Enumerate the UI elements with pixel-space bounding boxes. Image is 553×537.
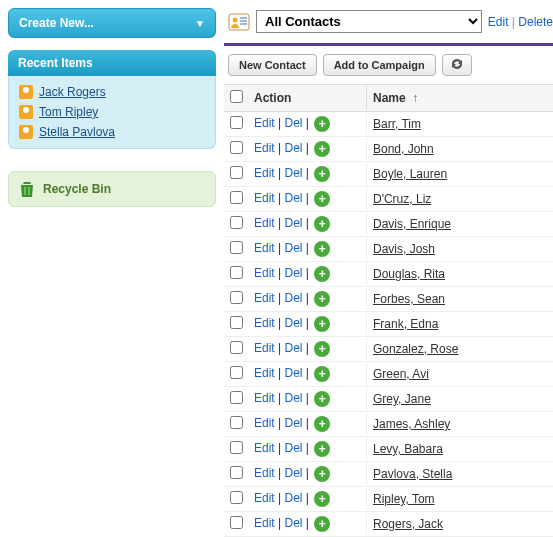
row-checkbox[interactable] bbox=[230, 441, 243, 454]
select-all-checkbox[interactable] bbox=[230, 90, 243, 103]
delete-link[interactable]: Del bbox=[284, 391, 302, 405]
edit-link[interactable]: Edit bbox=[254, 466, 275, 480]
add-to-campaign-button[interactable]: Add to Campaign bbox=[323, 54, 436, 76]
row-checkbox[interactable] bbox=[230, 416, 243, 429]
edit-link[interactable]: Edit bbox=[254, 241, 275, 255]
delete-link[interactable]: Del bbox=[284, 191, 302, 205]
delete-link[interactable]: Del bbox=[284, 166, 302, 180]
recent-item-link[interactable]: Jack Rogers bbox=[39, 85, 106, 99]
contact-name-link[interactable]: Bond, John bbox=[373, 142, 434, 156]
contact-name-link[interactable]: Frank, Edna bbox=[373, 317, 438, 331]
delete-link[interactable]: Del bbox=[284, 416, 302, 430]
add-icon[interactable]: + bbox=[314, 216, 330, 232]
delete-link[interactable]: Del bbox=[284, 441, 302, 455]
contact-name-link[interactable]: Rogers, Jack bbox=[373, 517, 443, 531]
edit-link[interactable]: Edit bbox=[254, 341, 275, 355]
add-icon[interactable]: + bbox=[314, 116, 330, 132]
contact-name-link[interactable]: Boyle, Lauren bbox=[373, 167, 447, 181]
edit-link[interactable]: Edit bbox=[254, 116, 275, 130]
delete-link[interactable]: Del bbox=[284, 241, 302, 255]
add-icon[interactable]: + bbox=[314, 166, 330, 182]
row-checkbox[interactable] bbox=[230, 341, 243, 354]
contact-name-link[interactable]: Forbes, Sean bbox=[373, 292, 445, 306]
edit-link[interactable]: Edit bbox=[254, 191, 275, 205]
row-checkbox[interactable] bbox=[230, 516, 243, 529]
delete-link[interactable]: Del bbox=[284, 291, 302, 305]
contact-name-link[interactable]: Barr, Tim bbox=[373, 117, 421, 131]
row-checkbox[interactable] bbox=[230, 216, 243, 229]
contact-name-link[interactable]: Green, Avi bbox=[373, 367, 429, 381]
row-checkbox[interactable] bbox=[230, 141, 243, 154]
new-contact-button[interactable]: New Contact bbox=[228, 54, 317, 76]
add-icon[interactable]: + bbox=[314, 191, 330, 207]
contact-name-link[interactable]: Grey, Jane bbox=[373, 392, 431, 406]
add-icon[interactable]: + bbox=[314, 441, 330, 457]
edit-link[interactable]: Edit bbox=[254, 141, 275, 155]
edit-view-link[interactable]: Edit bbox=[488, 15, 509, 29]
delete-link[interactable]: Del bbox=[284, 266, 302, 280]
add-icon[interactable]: + bbox=[314, 391, 330, 407]
contact-name-link[interactable]: D'Cruz, Liz bbox=[373, 192, 431, 206]
contact-name-link[interactable]: Levy, Babara bbox=[373, 442, 443, 456]
delete-link[interactable]: Del bbox=[284, 466, 302, 480]
row-checkbox[interactable] bbox=[230, 391, 243, 404]
add-icon[interactable]: + bbox=[314, 141, 330, 157]
add-icon[interactable]: + bbox=[314, 341, 330, 357]
edit-link[interactable]: Edit bbox=[254, 491, 275, 505]
add-icon[interactable]: + bbox=[314, 266, 330, 282]
edit-link[interactable]: Edit bbox=[254, 316, 275, 330]
delete-link[interactable]: Del bbox=[284, 491, 302, 505]
edit-link[interactable]: Edit bbox=[254, 366, 275, 380]
contact-name-link[interactable]: Davis, Josh bbox=[373, 242, 435, 256]
recycle-bin[interactable]: Recycle Bin bbox=[8, 171, 216, 207]
create-new-button[interactable]: Create New... ▼ bbox=[8, 8, 216, 38]
contact-name-link[interactable]: Pavlova, Stella bbox=[373, 467, 452, 481]
row-checkbox[interactable] bbox=[230, 466, 243, 479]
contact-name-link[interactable]: Gonzalez, Rose bbox=[373, 342, 458, 356]
row-checkbox[interactable] bbox=[230, 491, 243, 504]
delete-link[interactable]: Del bbox=[284, 366, 302, 380]
view-select[interactable]: All Contacts bbox=[256, 10, 482, 33]
delete-link[interactable]: Del bbox=[284, 216, 302, 230]
contact-name-link[interactable]: James, Ashley bbox=[373, 417, 450, 431]
edit-link[interactable]: Edit bbox=[254, 516, 275, 530]
add-icon[interactable]: + bbox=[314, 366, 330, 382]
edit-link[interactable]: Edit bbox=[254, 266, 275, 280]
add-icon[interactable]: + bbox=[314, 316, 330, 332]
edit-link[interactable]: Edit bbox=[254, 416, 275, 430]
col-name[interactable]: Name ↑ bbox=[366, 86, 553, 110]
recent-item-link[interactable]: Tom Ripley bbox=[39, 105, 98, 119]
add-icon[interactable]: + bbox=[314, 466, 330, 482]
recent-item-link[interactable]: Stella Pavlova bbox=[39, 125, 115, 139]
delete-view-link[interactable]: Delete bbox=[518, 15, 553, 29]
delete-link[interactable]: Del bbox=[284, 316, 302, 330]
delete-link[interactable]: Del bbox=[284, 516, 302, 530]
row-actions: Edit | Del | + bbox=[248, 412, 366, 436]
row-checkbox[interactable] bbox=[230, 191, 243, 204]
delete-link[interactable]: Del bbox=[284, 141, 302, 155]
refresh-button[interactable] bbox=[442, 54, 472, 76]
row-checkbox[interactable] bbox=[230, 241, 243, 254]
contact-name-link[interactable]: Ripley, Tom bbox=[373, 492, 435, 506]
edit-link[interactable]: Edit bbox=[254, 216, 275, 230]
contact-name-link[interactable]: Davis, Enrique bbox=[373, 217, 451, 231]
row-checkbox[interactable] bbox=[230, 316, 243, 329]
add-icon[interactable]: + bbox=[314, 416, 330, 432]
row-checkbox[interactable] bbox=[230, 116, 243, 129]
add-icon[interactable]: + bbox=[314, 291, 330, 307]
contact-name-link[interactable]: Douglas, Rita bbox=[373, 267, 445, 281]
table-row: Edit | Del | +Pavlova, Stella bbox=[224, 462, 553, 487]
add-icon[interactable]: + bbox=[314, 516, 330, 532]
edit-link[interactable]: Edit bbox=[254, 291, 275, 305]
edit-link[interactable]: Edit bbox=[254, 166, 275, 180]
edit-link[interactable]: Edit bbox=[254, 441, 275, 455]
delete-link[interactable]: Del bbox=[284, 116, 302, 130]
add-icon[interactable]: + bbox=[314, 241, 330, 257]
row-checkbox[interactable] bbox=[230, 266, 243, 279]
delete-link[interactable]: Del bbox=[284, 341, 302, 355]
row-checkbox[interactable] bbox=[230, 366, 243, 379]
edit-link[interactable]: Edit bbox=[254, 391, 275, 405]
add-icon[interactable]: + bbox=[314, 491, 330, 507]
row-checkbox[interactable] bbox=[230, 166, 243, 179]
row-checkbox[interactable] bbox=[230, 291, 243, 304]
